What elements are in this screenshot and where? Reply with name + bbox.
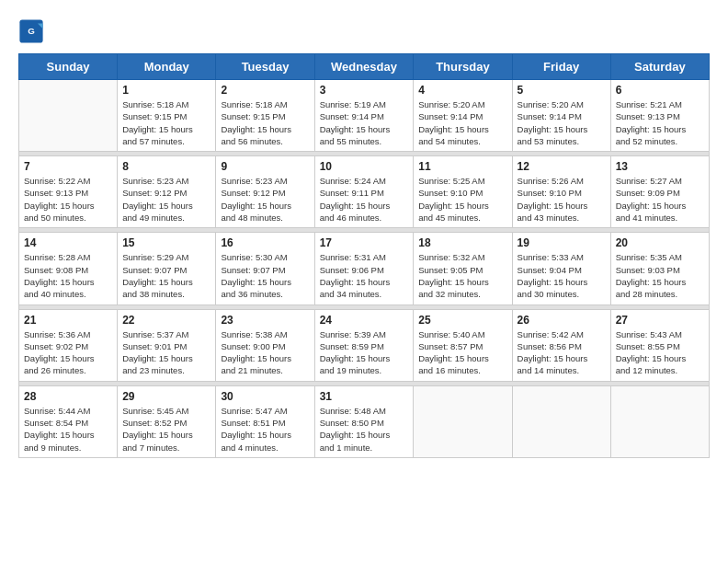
- day-info: Sunrise: 5:20 AM Sunset: 9:14 PM Dayligh…: [418, 98, 506, 147]
- day-number: 31: [320, 390, 409, 403]
- calendar-day-cell: 24Sunrise: 5:39 AM Sunset: 8:59 PM Dayli…: [314, 309, 414, 381]
- logo-icon: G: [18, 18, 44, 44]
- day-info: Sunrise: 5:23 AM Sunset: 9:12 PM Dayligh…: [122, 175, 210, 224]
- calendar-day-cell: 14Sunrise: 5:28 AM Sunset: 9:08 PM Dayli…: [19, 233, 118, 304]
- day-info: Sunrise: 5:48 AM Sunset: 8:50 PM Dayligh…: [320, 405, 409, 454]
- day-number: 23: [221, 314, 309, 327]
- weekday-header: Sunday: [19, 54, 118, 80]
- day-info: Sunrise: 5:30 AM Sunset: 9:07 PM Dayligh…: [221, 251, 309, 300]
- day-info: Sunrise: 5:43 AM Sunset: 8:55 PM Dayligh…: [616, 328, 704, 377]
- day-info: Sunrise: 5:20 AM Sunset: 9:14 PM Dayligh…: [518, 98, 606, 147]
- day-number: 3: [320, 84, 409, 97]
- day-number: 10: [320, 160, 409, 173]
- day-number: 13: [616, 160, 704, 173]
- calendar-day-cell: 28Sunrise: 5:44 AM Sunset: 8:54 PM Dayli…: [19, 385, 118, 457]
- calendar-day-cell: 27Sunrise: 5:43 AM Sunset: 8:55 PM Dayli…: [610, 309, 709, 381]
- page-header: G: [18, 18, 710, 44]
- day-info: Sunrise: 5:39 AM Sunset: 8:59 PM Dayligh…: [320, 328, 409, 377]
- svg-text:G: G: [28, 26, 35, 36]
- calendar-day-cell: 21Sunrise: 5:36 AM Sunset: 9:02 PM Dayli…: [19, 309, 118, 381]
- day-info: Sunrise: 5:37 AM Sunset: 9:01 PM Dayligh…: [122, 328, 210, 377]
- day-number: 21: [24, 314, 112, 327]
- day-info: Sunrise: 5:31 AM Sunset: 9:06 PM Dayligh…: [320, 251, 409, 300]
- day-number: 20: [616, 236, 704, 249]
- day-number: 1: [122, 84, 210, 97]
- day-info: Sunrise: 5:24 AM Sunset: 9:11 PM Dayligh…: [320, 175, 409, 224]
- calendar-day-cell: 12Sunrise: 5:26 AM Sunset: 9:10 PM Dayli…: [512, 156, 610, 228]
- day-number: 14: [24, 236, 112, 249]
- calendar-day-cell: 30Sunrise: 5:47 AM Sunset: 8:51 PM Dayli…: [216, 385, 314, 457]
- calendar-day-cell: 1Sunrise: 5:18 AM Sunset: 9:15 PM Daylig…: [118, 80, 216, 152]
- day-info: Sunrise: 5:40 AM Sunset: 8:57 PM Dayligh…: [418, 328, 506, 377]
- calendar-week-row: 14Sunrise: 5:28 AM Sunset: 9:08 PM Dayli…: [19, 233, 710, 304]
- calendar-week-row: 28Sunrise: 5:44 AM Sunset: 8:54 PM Dayli…: [19, 385, 710, 457]
- weekday-header: Tuesday: [216, 54, 314, 80]
- day-info: Sunrise: 5:22 AM Sunset: 9:13 PM Dayligh…: [24, 175, 112, 224]
- day-number: 6: [616, 84, 704, 97]
- day-number: 9: [221, 160, 309, 173]
- calendar-header: SundayMondayTuesdayWednesdayThursdayFrid…: [19, 54, 710, 80]
- day-number: 28: [24, 390, 112, 403]
- calendar-day-cell: 16Sunrise: 5:30 AM Sunset: 9:07 PM Dayli…: [216, 233, 314, 304]
- day-info: Sunrise: 5:32 AM Sunset: 9:05 PM Dayligh…: [418, 251, 506, 300]
- day-info: Sunrise: 5:19 AM Sunset: 9:14 PM Dayligh…: [320, 98, 409, 147]
- day-number: 29: [122, 390, 210, 403]
- day-number: 2: [221, 84, 309, 97]
- day-number: 11: [418, 160, 506, 173]
- day-number: 22: [122, 314, 210, 327]
- calendar-day-cell: 4Sunrise: 5:20 AM Sunset: 9:14 PM Daylig…: [414, 80, 512, 152]
- weekday-header: Thursday: [414, 54, 512, 80]
- calendar-day-cell: 11Sunrise: 5:25 AM Sunset: 9:10 PM Dayli…: [414, 156, 512, 228]
- calendar-day-cell: 19Sunrise: 5:33 AM Sunset: 9:04 PM Dayli…: [512, 233, 610, 304]
- calendar-table: SundayMondayTuesdayWednesdayThursdayFrid…: [18, 53, 710, 458]
- day-info: Sunrise: 5:35 AM Sunset: 9:03 PM Dayligh…: [616, 251, 704, 300]
- calendar-day-cell: 18Sunrise: 5:32 AM Sunset: 9:05 PM Dayli…: [414, 233, 512, 304]
- day-number: 24: [320, 314, 409, 327]
- day-number: 12: [518, 160, 606, 173]
- day-number: 5: [518, 84, 606, 97]
- weekday-header: Wednesday: [314, 54, 414, 80]
- calendar-week-row: 21Sunrise: 5:36 AM Sunset: 9:02 PM Dayli…: [19, 309, 710, 381]
- calendar-day-cell: [19, 80, 118, 152]
- calendar-day-cell: 9Sunrise: 5:23 AM Sunset: 9:12 PM Daylig…: [216, 156, 314, 228]
- day-info: Sunrise: 5:42 AM Sunset: 8:56 PM Dayligh…: [518, 328, 606, 377]
- day-info: Sunrise: 5:18 AM Sunset: 9:15 PM Dayligh…: [221, 98, 309, 147]
- day-number: 26: [518, 314, 606, 327]
- calendar-day-cell: 25Sunrise: 5:40 AM Sunset: 8:57 PM Dayli…: [414, 309, 512, 381]
- calendar-week-row: 1Sunrise: 5:18 AM Sunset: 9:15 PM Daylig…: [19, 80, 710, 152]
- calendar-day-cell: [512, 385, 610, 457]
- day-number: 8: [122, 160, 210, 173]
- day-info: Sunrise: 5:28 AM Sunset: 9:08 PM Dayligh…: [24, 251, 112, 300]
- calendar-day-cell: 10Sunrise: 5:24 AM Sunset: 9:11 PM Dayli…: [314, 156, 414, 228]
- calendar-day-cell: [414, 385, 512, 457]
- day-number: 30: [221, 390, 309, 403]
- weekday-row: SundayMondayTuesdayWednesdayThursdayFrid…: [19, 54, 710, 80]
- day-info: Sunrise: 5:45 AM Sunset: 8:52 PM Dayligh…: [122, 405, 210, 454]
- day-info: Sunrise: 5:29 AM Sunset: 9:07 PM Dayligh…: [122, 251, 210, 300]
- calendar-day-cell: 7Sunrise: 5:22 AM Sunset: 9:13 PM Daylig…: [19, 156, 118, 228]
- day-info: Sunrise: 5:26 AM Sunset: 9:10 PM Dayligh…: [518, 175, 606, 224]
- calendar-day-cell: 15Sunrise: 5:29 AM Sunset: 9:07 PM Dayli…: [118, 233, 216, 304]
- calendar-day-cell: 6Sunrise: 5:21 AM Sunset: 9:13 PM Daylig…: [610, 80, 709, 152]
- weekday-header: Saturday: [610, 54, 709, 80]
- calendar-day-cell: 5Sunrise: 5:20 AM Sunset: 9:14 PM Daylig…: [512, 80, 610, 152]
- weekday-header: Monday: [118, 54, 216, 80]
- day-info: Sunrise: 5:44 AM Sunset: 8:54 PM Dayligh…: [24, 405, 112, 454]
- logo: G: [18, 18, 48, 44]
- calendar-day-cell: 26Sunrise: 5:42 AM Sunset: 8:56 PM Dayli…: [512, 309, 610, 381]
- day-number: 16: [221, 236, 309, 249]
- day-info: Sunrise: 5:27 AM Sunset: 9:09 PM Dayligh…: [616, 175, 704, 224]
- calendar-day-cell: 2Sunrise: 5:18 AM Sunset: 9:15 PM Daylig…: [216, 80, 314, 152]
- day-info: Sunrise: 5:21 AM Sunset: 9:13 PM Dayligh…: [616, 98, 704, 147]
- day-info: Sunrise: 5:36 AM Sunset: 9:02 PM Dayligh…: [24, 328, 112, 377]
- calendar-day-cell: 13Sunrise: 5:27 AM Sunset: 9:09 PM Dayli…: [610, 156, 709, 228]
- calendar-day-cell: 23Sunrise: 5:38 AM Sunset: 9:00 PM Dayli…: [216, 309, 314, 381]
- day-number: 27: [616, 314, 704, 327]
- calendar-day-cell: [610, 385, 709, 457]
- day-number: 17: [320, 236, 409, 249]
- calendar-day-cell: 8Sunrise: 5:23 AM Sunset: 9:12 PM Daylig…: [118, 156, 216, 228]
- day-number: 4: [418, 84, 506, 97]
- day-info: Sunrise: 5:38 AM Sunset: 9:00 PM Dayligh…: [221, 328, 309, 377]
- day-info: Sunrise: 5:47 AM Sunset: 8:51 PM Dayligh…: [221, 405, 309, 454]
- day-number: 7: [24, 160, 112, 173]
